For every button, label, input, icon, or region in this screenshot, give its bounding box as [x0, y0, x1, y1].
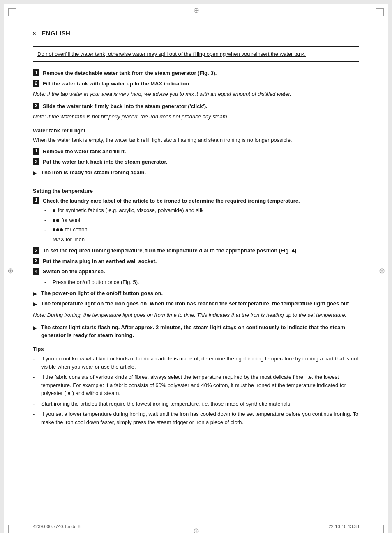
fill-step-3: 3 Slide the water tank firmly back into … — [33, 102, 359, 111]
temp-bullet-2-text: The temperature light on the iron goes o… — [41, 300, 350, 308]
tips-dash-1: - — [33, 355, 37, 363]
tips-item-4: - If you set a lower temperature during … — [33, 410, 359, 426]
temp-list-1-text: for synthetic fabrics ( e.g. acrylic, vi… — [56, 207, 203, 213]
arrow-icon-2: ▶ — [33, 290, 38, 298]
tips-section: Tips - If you do not know what kind or k… — [33, 345, 359, 427]
footer-left: 4239.000.7740.1.indd 8 — [33, 524, 81, 529]
reg-mark-top: ⊕ — [192, 6, 200, 14]
temp-step4-list: - Press the on/off button once (Fig. 5). — [44, 278, 359, 286]
arrow-icon-4: ▶ — [33, 324, 38, 332]
fill-step-3-text: Slide the water tank firmly back into th… — [43, 102, 208, 111]
page-number: 8 — [33, 30, 36, 38]
tank-bullet-1-text: The iron is ready for steam ironing agai… — [41, 168, 146, 177]
tips-item-3-text: Start ironing the articles that require … — [41, 400, 292, 408]
tips-dash-2: - — [33, 373, 37, 381]
fill-note-1: Note: If the tap water in your area is v… — [33, 90, 359, 98]
temp-dot-1: for synthetic fabrics ( e.g. acrylic, vi… — [53, 206, 203, 215]
temp-step-num-1: 1 — [33, 197, 39, 204]
tips-header: Tips — [33, 345, 359, 353]
tips-item-3: - Start ironing the articles that requir… — [33, 400, 359, 408]
temp-step4-1-text: Press the on/off button once (Fig. 5). — [53, 278, 139, 286]
fill-step-1-text: Remove the detachable water tank from th… — [43, 69, 217, 77]
tank-bullet-1: ▶ The iron is ready for steam ironing ag… — [33, 168, 359, 177]
page: ⊕ ⊕ ⊕ ⊕ 8 ENGLISH Do not overfill the wa… — [4, 4, 388, 533]
tips-item-2: - If the fabric consists of various kind… — [33, 373, 359, 397]
arrow-icon-3: ▶ — [33, 300, 38, 308]
tank-step-num-1: 1 — [33, 148, 39, 155]
temp-list-3-text: for cotton — [64, 226, 88, 233]
dash-3: - — [44, 226, 48, 234]
temp-bullet-1: ▶ The power-on light of the on/off butto… — [33, 289, 359, 298]
step-num-3: 3 — [33, 103, 39, 109]
reg-mark-left: ⊕ — [6, 267, 14, 275]
temp-step-3: 3 Put the mains plug in an earthed wall … — [33, 257, 359, 265]
temp-list-2-text: for wool — [60, 217, 80, 223]
dash-4: - — [44, 235, 48, 244]
dash-5: - — [44, 278, 48, 286]
temp-header: Setting the temperature — [33, 187, 359, 195]
crop-mark-tr — [376, 8, 384, 16]
tank-step-2-text: Put the water tank back into the steam g… — [43, 158, 167, 166]
warning-text-plain: Do not overfill the water tank, otherwis… — [37, 51, 251, 57]
water-tank-header: Water tank refill light — [33, 127, 359, 135]
fill-step-2-text: Fill the water tank with tap water up to… — [43, 80, 191, 88]
crop-mark-tl — [8, 8, 16, 16]
warning-box: Do not overfill the water tank, otherwis… — [33, 46, 359, 62]
temp-step-1-text: Check the laundry care label of the arti… — [43, 197, 300, 205]
temp-dot-3: for cotton — [53, 226, 88, 234]
temp-note: Note: During ironing, the temperature li… — [33, 311, 359, 319]
page-title: ENGLISH — [42, 29, 70, 38]
footer-right: 22-10-10 13:33 — [328, 524, 359, 529]
warning-text-underlined: reinsert the water tank. — [251, 51, 306, 57]
page-header: 8 ENGLISH — [33, 29, 359, 38]
temp-list-item-1: - for synthetic fabrics ( e.g. acrylic, … — [44, 206, 359, 215]
tips-item-1: - If you do not know what kind or kinds … — [33, 355, 359, 371]
temp-dot-2: for wool — [53, 216, 80, 224]
arrow-icon-1: ▶ — [33, 169, 38, 177]
reg-mark-right: ⊕ — [378, 267, 386, 275]
tips-dash-4: - — [33, 410, 37, 418]
tips-item-4-text: If you set a lower temperature during ir… — [41, 410, 359, 426]
fill-step-2: 2 Fill the water tank with tap water up … — [33, 80, 359, 88]
tips-item-2-text: If the fabric consists of various kinds … — [41, 373, 359, 397]
water-tank-body: When the water tank is empty, the water … — [33, 136, 359, 144]
temp-divider — [33, 181, 359, 181]
temp-bullet-1-text: The power-on light of the on/off button … — [41, 289, 163, 298]
crop-mark-bl — [8, 525, 16, 533]
temp-step-num-3: 3 — [33, 258, 39, 264]
temp-step-4-text: Switch on the appliance. — [43, 268, 105, 276]
tank-step-num-2: 2 — [33, 158, 39, 165]
tips-dash-3: - — [33, 400, 37, 408]
tank-step-1-text: Remove the water tank and fill it. — [43, 148, 126, 156]
fill-note-2: Note: If the water tank is not properly … — [33, 113, 359, 121]
step-num-1: 1 — [33, 69, 39, 76]
crop-mark-br — [376, 525, 384, 533]
temp-step-3-text: Put the mains plug in an earthed wall so… — [43, 257, 157, 265]
temp-list-item-4: - MAX for linen — [44, 235, 359, 244]
tank-step-2: 2 Put the water tank back into the steam… — [33, 158, 359, 166]
temp-step-4: 4 Switch on the appliance. — [33, 268, 359, 276]
tips-item-1-text: If you do not know what kind or kinds of… — [41, 355, 359, 371]
temp-list-item-3: - for cotton — [44, 226, 359, 234]
dash-1: - — [44, 206, 48, 215]
fill-step-1: 1 Remove the detachable water tank from … — [33, 69, 359, 77]
temp-step-2: 2 To set the required ironing temperatur… — [33, 247, 359, 255]
temp-list: - for synthetic fabrics ( e.g. acrylic, … — [44, 206, 359, 243]
steam-bullet-text: The steam light starts flashing. After a… — [41, 323, 359, 339]
temp-list-item-2: - for wool — [44, 216, 359, 224]
steam-bullet: ▶ The steam light starts flashing. After… — [33, 323, 359, 339]
temp-step-num-4: 4 — [33, 268, 39, 275]
tank-step-1: 1 Remove the water tank and fill it. — [33, 148, 359, 156]
temp-bullet-2: ▶ The temperature light on the iron goes… — [33, 300, 359, 308]
step-num-2: 2 — [33, 80, 39, 87]
temp-step4-list-item-1: - Press the on/off button once (Fig. 5). — [44, 278, 359, 286]
page-footer: 4239.000.7740.1.indd 8 22-10-10 13:33 — [33, 521, 359, 529]
main-content: 8 ENGLISH Do not overfill the water tank… — [33, 29, 359, 426]
temp-step-1: 1 Check the laundry care label of the ar… — [33, 197, 359, 205]
temp-step-num-2: 2 — [33, 247, 39, 254]
temp-list-4-text: MAX for linen — [53, 235, 85, 244]
temp-step-2-text: To set the required ironing temperature,… — [43, 247, 298, 255]
dash-2: - — [44, 216, 48, 224]
